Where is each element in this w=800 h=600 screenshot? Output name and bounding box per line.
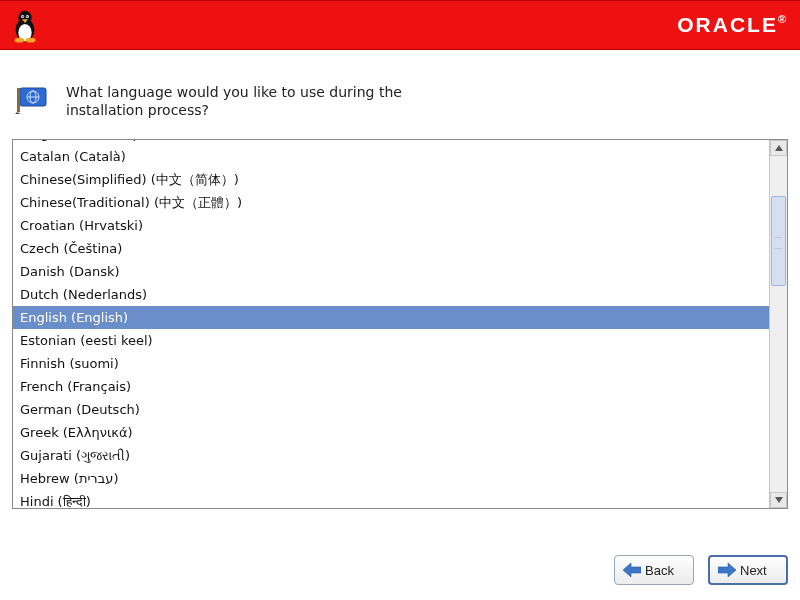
header-bar: ORACLE®: [0, 0, 800, 50]
language-option[interactable]: Chinese(Traditional) (中文（正體）): [13, 191, 769, 214]
scrollbar-thumb[interactable]: [771, 196, 786, 286]
svg-point-8: [15, 38, 24, 43]
language-option[interactable]: French (Français): [13, 375, 769, 398]
prompt-row: What language would you like to use duri…: [14, 84, 788, 119]
language-option[interactable]: Gujarati (ગુજરાતી): [13, 444, 769, 467]
back-arrow-icon: [623, 563, 641, 577]
language-option[interactable]: English (English): [13, 306, 769, 329]
back-button-label: Back: [645, 563, 674, 578]
svg-marker-16: [775, 497, 783, 503]
language-option[interactable]: Hindi (हिन्दी): [13, 490, 769, 508]
next-arrow-icon: [718, 563, 736, 577]
next-button[interactable]: Next: [708, 555, 788, 585]
language-option[interactable]: Chinese(Simplified) (中文（简体）): [13, 168, 769, 191]
language-option[interactable]: German (Deutsch): [13, 398, 769, 421]
vertical-scrollbar[interactable]: [769, 140, 787, 508]
language-option[interactable]: Hebrew (עברית): [13, 467, 769, 490]
language-option[interactable]: Czech (Čeština): [13, 237, 769, 260]
language-option[interactable]: Catalan (Català): [13, 145, 769, 168]
next-button-label: Next: [740, 563, 767, 578]
svg-point-6: [26, 16, 27, 17]
oracle-logo-reg: ®: [778, 13, 788, 25]
language-option[interactable]: Estonian (eesti keel): [13, 329, 769, 352]
svg-rect-14: [17, 88, 20, 112]
footer-bar: Back Next: [0, 540, 800, 600]
oracle-logo: ORACLE®: [677, 13, 788, 37]
language-option[interactable]: Finnish (suomi): [13, 352, 769, 375]
content-area: What language would you like to use duri…: [0, 50, 800, 540]
svg-marker-18: [718, 563, 736, 577]
tux-mascot-icon: [6, 6, 44, 44]
language-option[interactable]: Greek (Ελληνικά): [13, 421, 769, 444]
language-option[interactable]: Croatian (Hrvatski): [13, 214, 769, 237]
scrollbar-track[interactable]: [770, 156, 787, 492]
svg-point-9: [26, 38, 36, 43]
oracle-logo-text: ORACLE: [677, 13, 778, 36]
language-option[interactable]: Dutch (Nederlands): [13, 283, 769, 306]
language-list[interactable]: Bulgarian (Български)Catalan (Català)Chi…: [13, 140, 769, 508]
scroll-down-button[interactable]: [770, 492, 787, 508]
svg-marker-17: [623, 563, 641, 577]
language-option[interactable]: Danish (Dansk): [13, 260, 769, 283]
prompt-text: What language would you like to use duri…: [66, 84, 426, 119]
scroll-up-button[interactable]: [770, 140, 787, 156]
svg-marker-15: [775, 145, 783, 151]
svg-point-5: [22, 16, 23, 17]
language-flag-icon: [14, 86, 50, 114]
language-list-container: Bulgarian (Български)Catalan (Català)Chi…: [12, 139, 788, 509]
back-button[interactable]: Back: [614, 555, 694, 585]
